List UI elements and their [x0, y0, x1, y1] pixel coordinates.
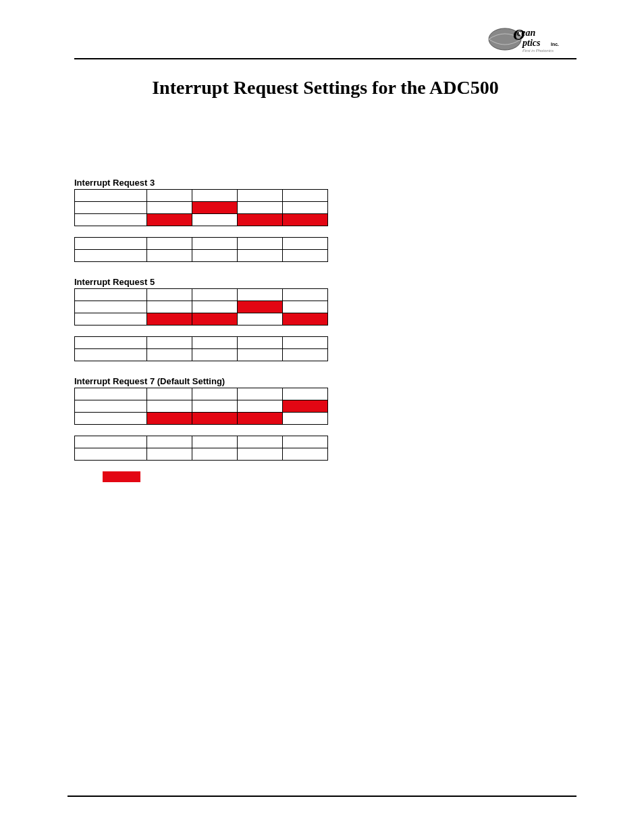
switch-cell	[238, 400, 283, 412]
pos-cell: 6	[192, 237, 238, 249]
off-label: off	[75, 313, 147, 325]
intro-text: The following diagrams show switches on …	[74, 126, 576, 157]
pos-cell: 5	[147, 237, 192, 249]
switch-cell	[192, 448, 238, 460]
on-label: on	[75, 400, 147, 412]
pos-cell: 1	[147, 189, 192, 201]
switch-cell	[192, 213, 238, 226]
switch-cell	[147, 201, 192, 213]
switch-cell	[238, 412, 283, 424]
pos-cell: 2	[192, 388, 238, 400]
switch-cell	[147, 249, 192, 261]
switch-cell	[238, 348, 283, 361]
pos-cell: 1	[147, 288, 192, 301]
page-title: Interrupt Request Settings for the ADC50…	[74, 77, 576, 99]
switch-cell	[283, 213, 328, 226]
pos-cell: 1	[147, 388, 192, 400]
note-cell	[75, 348, 147, 361]
note-cell	[75, 249, 147, 261]
switch-cell	[192, 313, 238, 325]
pos-cell: 6	[192, 436, 238, 448]
pos-cell: 7	[238, 237, 283, 249]
switch-cell	[283, 249, 328, 261]
switch-cell	[238, 249, 283, 261]
switch-cell	[283, 201, 328, 213]
table-label: SW2	[75, 189, 147, 201]
legend-swatch	[103, 471, 140, 482]
pos-cell: 4	[283, 288, 328, 301]
switch-cell	[192, 412, 238, 424]
switch-cell	[192, 301, 238, 313]
legend-row: Legend: = switch	[74, 471, 576, 482]
switch-cell	[147, 400, 192, 412]
section-heading-irq3: Interrupt Request 3	[74, 178, 576, 188]
switch-cell	[147, 301, 192, 313]
on-label: on	[75, 301, 147, 313]
table-label: SW1	[75, 436, 147, 448]
section-heading-irq5: Interrupt Request 5	[74, 277, 576, 287]
pos-cell: 6	[192, 336, 238, 348]
table-label: SW2	[75, 288, 147, 301]
pos-cell: 8	[283, 237, 328, 249]
pos-cell: 7	[238, 436, 283, 448]
pos-cell: 8	[283, 336, 328, 348]
pos-cell: 8	[283, 436, 328, 448]
switch-cell	[283, 301, 328, 313]
off-label: off	[75, 213, 147, 226]
switch-cell	[283, 313, 328, 325]
pos-cell: 5	[147, 436, 192, 448]
sw1-table-irq7: SW1 5 6 7 8	[74, 436, 328, 461]
sw2-table-irq3: SW2 1 2 3 4 on off	[74, 189, 328, 226]
switch-cell	[283, 400, 328, 412]
page-footer: 33	[68, 796, 576, 807]
switch-cell	[283, 412, 328, 424]
pos-cell: 3	[238, 189, 283, 201]
sw2-table-irq7: SW2 1 2 3 4 on off	[74, 388, 328, 425]
switch-cell	[192, 348, 238, 361]
table-label: SW2	[75, 388, 147, 400]
table-label: SW1	[75, 237, 147, 249]
switch-cell	[147, 313, 192, 325]
pos-cell: 2	[192, 189, 238, 201]
pos-cell: 4	[283, 189, 328, 201]
pos-cell: 5	[147, 336, 192, 348]
switch-cell	[283, 448, 328, 460]
pos-cell: 3	[238, 288, 283, 301]
sw1-table-irq5: SW1 5 6 7 8	[74, 336, 328, 361]
switch-cell	[238, 213, 283, 226]
logo-text-line2: ptics	[522, 38, 541, 48]
switch-cell	[238, 313, 283, 325]
switch-cell	[147, 348, 192, 361]
switch-cell	[192, 249, 238, 261]
switch-cell	[283, 348, 328, 361]
brand-logo: cean O ptics Inc. First in Photonics	[482, 24, 576, 54]
switch-cell	[238, 448, 283, 460]
legend-prefix: Legend:	[74, 473, 99, 480]
switch-cell	[147, 448, 192, 460]
off-label: off	[75, 412, 147, 424]
sw2-table-irq5: SW2 1 2 3 4 on off	[74, 288, 328, 325]
on-label: on	[75, 201, 147, 213]
header-bar: cean O ptics Inc. First in Photonics	[74, 20, 576, 59]
switch-cell	[147, 213, 192, 226]
page-number: 33	[569, 800, 576, 807]
table-label: SW1	[75, 336, 147, 348]
logo-tagline: First in Photonics	[522, 49, 554, 53]
note-cell	[75, 448, 147, 460]
switch-cell	[192, 201, 238, 213]
legend-meaning: = switch	[144, 473, 169, 480]
section-heading-irq7: Interrupt Request 7 (Default Setting)	[74, 376, 576, 386]
switch-cell	[238, 301, 283, 313]
sw1-table-irq3: SW1 5 6 7 8	[74, 237, 328, 262]
logo-inc: Inc.	[551, 42, 559, 47]
pos-cell: 4	[283, 388, 328, 400]
pos-cell: 2	[192, 288, 238, 301]
switch-cell	[147, 412, 192, 424]
switch-cell	[192, 400, 238, 412]
switch-cell	[238, 201, 283, 213]
pos-cell: 3	[238, 388, 283, 400]
pos-cell: 7	[238, 336, 283, 348]
